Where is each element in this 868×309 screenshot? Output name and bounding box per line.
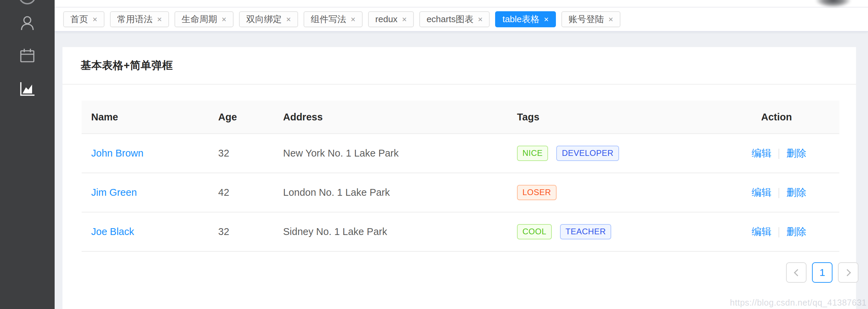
age-cell: 32 [209,134,274,173]
column-header-age: Age [209,101,274,134]
tab-lifecycle[interactable]: 生命周期 × [174,11,234,27]
next-page-button[interactable] [838,262,858,283]
name-link[interactable]: Jim Green [91,187,137,198]
tags-cell: NICE DEVELOPER [507,134,752,173]
top-right-blob [815,0,851,8]
close-icon[interactable]: × [351,15,355,24]
pagination: 1 [82,262,858,283]
tab-label: 生命周期 [182,13,217,25]
tab-label: table表格 [502,13,539,25]
tab-home[interactable]: 首页 × [63,11,104,27]
action-cell: 编辑删除 [752,134,839,173]
action-cell: 编辑删除 [752,173,839,212]
edit-link[interactable]: 编辑 [752,226,771,237]
action-divider [779,149,779,159]
calendar-icon[interactable] [19,48,36,65]
logo-arc-icon [19,0,36,6]
tab-common-grammar[interactable]: 常用语法 × [110,11,169,27]
edit-link[interactable]: 编辑 [752,148,771,159]
chevron-left-icon [794,269,801,276]
address-cell: Sidney No. 1 Lake Park [274,212,507,251]
table-row: John Brown 32 New York No. 1 Lake Park N… [82,134,839,173]
table-card: 基本表格+简单弹框 Name Age Address Tags Action [62,47,856,309]
close-icon[interactable]: × [544,15,549,24]
column-header-address: Address [274,101,507,134]
table-row: Jim Green 42 London No. 1 Lake Park LOSE… [82,173,839,212]
tab-label: echarts图表 [426,13,473,25]
table-row: Joe Black 32 Sidney No. 1 Lake Park COOL… [82,212,839,251]
close-icon[interactable]: × [478,15,482,24]
close-icon[interactable]: × [402,15,407,24]
tag-badge: NICE [517,146,548,161]
tab-bar: 首页 × 常用语法 × 生命周期 × 双向绑定 × 组件写法 × redux ×… [55,8,868,32]
card-header: 基本表格+简单弹框 [62,47,856,85]
close-icon[interactable]: × [93,15,97,24]
delete-link[interactable]: 删除 [786,187,806,198]
age-cell: 32 [209,212,274,251]
close-icon[interactable]: × [157,15,162,24]
address-cell: London No. 1 Lake Park [274,173,507,212]
user-icon[interactable] [19,15,36,33]
content-area: 基本表格+简单弹框 Name Age Address Tags Action [55,32,868,309]
name-link[interactable]: John Brown [91,148,143,159]
tag-badge: TEACHER [560,224,611,239]
tab-account-login[interactable]: 账号登陆 × [561,11,620,27]
tab-component-usage[interactable]: 组件写法 × [304,11,363,27]
tab-label: 账号登陆 [569,13,604,25]
tab-label: 首页 [70,13,88,25]
top-strip [55,0,868,8]
tab-label: redux [375,14,397,25]
prev-page-button[interactable] [786,262,807,283]
page-title: 基本表格+简单弹框 [81,58,173,73]
table-header-row: Name Age Address Tags Action [82,101,839,134]
tab-label: 组件写法 [311,13,346,25]
tag-badge: LOSER [517,185,557,200]
address-cell: New York No. 1 Lake Park [274,134,507,173]
tag-badge: COOL [517,224,552,239]
close-icon[interactable]: × [286,15,291,24]
app-window: 首页 × 常用语法 × 生命周期 × 双向绑定 × 组件写法 × redux ×… [0,0,868,309]
watermark-text: https://blog.csdn.net/qq_41387631 [730,298,867,308]
delete-link[interactable]: 删除 [786,148,806,159]
action-divider [779,188,779,198]
close-icon[interactable]: × [608,15,613,24]
close-icon[interactable]: × [222,15,226,24]
action-cell: 编辑删除 [752,212,839,251]
column-header-name: Name [82,101,209,134]
tab-redux[interactable]: redux × [368,11,414,27]
tab-label: 双向绑定 [246,13,282,25]
tags-cell: COOL TEACHER [507,212,752,251]
action-divider [779,227,779,237]
page-1-button[interactable]: 1 [812,262,832,283]
column-header-tags: Tags [507,101,752,134]
age-cell: 42 [209,173,274,212]
tags-cell: LOSER [507,173,752,212]
data-table: Name Age Address Tags Action John Brown … [82,101,839,283]
column-header-action: Action [752,101,839,134]
tab-label: 常用语法 [117,13,153,25]
sidebar [0,0,55,309]
name-link[interactable]: Joe Black [91,226,134,237]
area-chart-icon[interactable] [19,80,36,98]
edit-link[interactable]: 编辑 [752,187,771,198]
tab-echarts-chart[interactable]: echarts图表 × [419,11,490,27]
tag-badge: DEVELOPER [556,146,619,161]
delete-link[interactable]: 删除 [786,226,806,237]
chevron-right-icon [843,269,851,276]
page-number: 1 [820,267,825,278]
tab-two-way-binding[interactable]: 双向绑定 × [239,11,298,27]
tab-table[interactable]: table表格 × [495,11,556,27]
